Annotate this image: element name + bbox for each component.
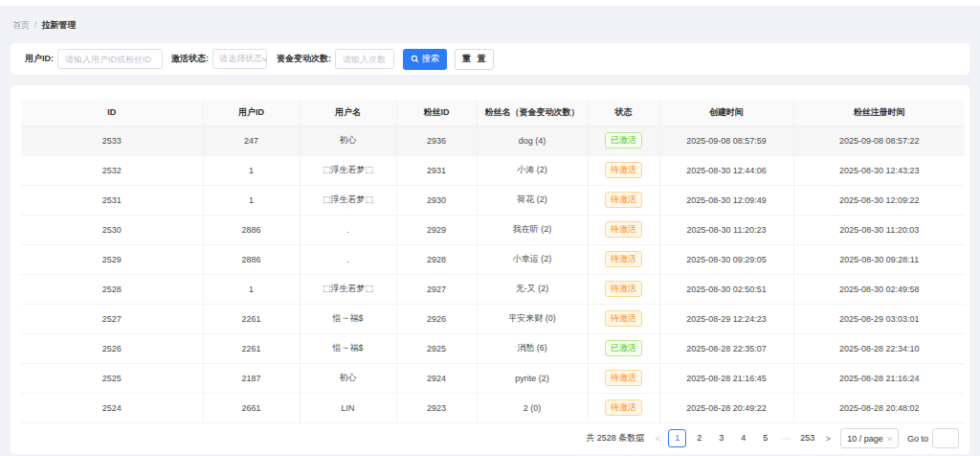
cell-registered_at: 2025-08-29 03:03:01 <box>793 304 965 333</box>
search-icon <box>411 55 419 63</box>
cell-registered_at: 2025-08-28 22:34:10 <box>793 333 965 363</box>
table-row: 25272261惜～福$2926平安来财 (0)待激活2025-08-29 12… <box>21 304 965 333</box>
cell-created_at: 2025-08-30 12:09:49 <box>659 185 793 215</box>
status-badge: 待激活 <box>605 281 642 297</box>
cell-created_at: 2025-08-29 12:24:23 <box>659 304 793 333</box>
cell-registered_at: 2025-08-30 02:49:58 <box>793 274 965 304</box>
column-header: 用户名 <box>300 100 396 125</box>
pagination-total: 共 2528 条数据 <box>586 432 644 445</box>
cell-created_at: 2025-09-08 08:57:59 <box>659 125 793 155</box>
cell-created_at: 2025-08-30 12:44:06 <box>659 155 793 185</box>
cell-fan_name: dog (4) <box>477 125 588 155</box>
search-button[interactable]: 搜索 <box>403 49 447 70</box>
cell-id: 2526 <box>21 333 203 363</box>
pagination-prev-icon[interactable]: < <box>651 434 664 444</box>
status-badge: 待激活 <box>605 251 642 267</box>
cell-fan_id: 2929 <box>396 215 477 244</box>
data-table: ID用户ID用户名粉丝ID粉丝名（资金变动次数）状态创建时间粉丝注册时间 253… <box>21 100 965 423</box>
cell-user_id: 2886 <box>203 244 300 274</box>
status-badge: 待激活 <box>605 162 642 178</box>
user-id-label: 用户ID: <box>25 53 54 65</box>
table-row: 25252187初心2924pyrite (2)待激活2025-08-28 21… <box>21 363 965 393</box>
cell-id: 2531 <box>21 185 203 215</box>
cell-created_at: 2025-08-28 22:35:07 <box>659 333 793 363</box>
pagination: 共 2528 条数据 < 12345 ••• 253 > 10 / page ∨… <box>21 425 959 452</box>
cell-id: 2530 <box>21 215 203 244</box>
cell-fan_id: 2926 <box>396 304 477 333</box>
table-row: 25302886.2929我在听 (2)待激活2025-08-30 11:20:… <box>21 215 965 244</box>
fund-count-input[interactable] <box>335 49 394 69</box>
cell-fan_name: 荷花 (2) <box>477 185 588 215</box>
table-row: 2533247初心2936dog (4)已激活2025-09-08 08:57:… <box>21 125 965 155</box>
cell-user_id: 2261 <box>203 333 300 363</box>
cell-user_id: 1 <box>203 185 300 215</box>
cell-username: 惜～福$ <box>300 333 396 363</box>
pagination-page-4[interactable]: 4 <box>734 429 752 447</box>
table-header-row: ID用户ID用户名粉丝ID粉丝名（资金变动次数）状态创建时间粉丝注册时间 <box>21 100 965 125</box>
reset-button[interactable]: 重 置 <box>455 49 494 70</box>
column-header: 粉丝ID <box>396 100 477 125</box>
cell-id: 2524 <box>21 393 203 422</box>
cell-username: LIN <box>300 393 396 422</box>
cell-registered_at: 2025-08-28 21:16:24 <box>793 363 965 393</box>
cell-created_at: 2025-08-28 21:16:45 <box>659 363 793 393</box>
status-badge: 已激活 <box>605 132 642 148</box>
cell-created_at: 2025-08-28 20:49:22 <box>659 393 793 422</box>
cell-user_id: 2187 <box>203 363 300 393</box>
breadcrumb-separator: / <box>34 20 37 30</box>
cell-fan_name: 消愁 (6) <box>477 333 588 363</box>
pagination-page-1[interactable]: 1 <box>668 429 686 447</box>
filter-bar: 用户ID: 激活状态: 请选择状态 ∨ 资金变动次数: 搜索 重 置 <box>11 43 969 75</box>
cell-status: 待激活 <box>588 155 659 185</box>
status-badge: 待激活 <box>605 192 642 208</box>
cell-id: 2525 <box>21 363 203 393</box>
cell-username: ⬚浮生若梦⬚ <box>300 155 396 185</box>
reset-button-label: 重 置 <box>462 53 488 65</box>
cell-username: 初心 <box>300 363 396 393</box>
cell-user_id: 2661 <box>203 393 300 422</box>
cell-status: 待激活 <box>588 215 659 244</box>
column-header: 用户ID <box>203 100 300 125</box>
pagination-page-last[interactable]: 253 <box>797 429 817 447</box>
column-header: 状态 <box>588 100 659 125</box>
table-row: 25281⬚浮生若梦⬚2927无-又 (2)待激活2025-08-30 02:5… <box>21 274 965 304</box>
cell-fan_id: 2925 <box>396 333 477 363</box>
cell-id: 2528 <box>21 274 203 304</box>
goto-label: Go to <box>907 434 928 444</box>
user-id-input[interactable] <box>57 49 163 69</box>
cell-username: . <box>300 215 396 244</box>
status-select[interactable]: 请选择状态 ∨ <box>212 49 267 69</box>
cell-user_id: 2886 <box>203 215 300 244</box>
cell-username: ⬚浮生若梦⬚ <box>300 185 396 215</box>
status-badge: 待激活 <box>605 310 642 327</box>
fund-count-label: 资金变动次数: <box>277 53 331 65</box>
column-header: ID <box>21 100 203 125</box>
status-badge: 待激活 <box>605 221 642 238</box>
chevron-down-icon: ∨ <box>886 435 894 443</box>
cell-created_at: 2025-08-30 11:20:23 <box>659 215 793 244</box>
cell-id: 2527 <box>21 304 203 333</box>
cell-created_at: 2025-08-30 02:50:51 <box>659 274 793 304</box>
goto-page-input[interactable] <box>932 428 959 448</box>
pagination-page-2[interactable]: 2 <box>690 429 708 447</box>
column-header: 粉丝注册时间 <box>793 100 965 125</box>
breadcrumb-home[interactable]: 首页 <box>12 20 30 30</box>
page-size-select[interactable]: 10 / page ∨ <box>840 428 899 448</box>
breadcrumb: 首页/拉新管理 <box>0 6 980 43</box>
cell-registered_at: 2025-08-30 12:43:23 <box>793 155 965 185</box>
cell-user_id: 1 <box>203 155 300 185</box>
pagination-next-icon[interactable]: > <box>821 434 835 444</box>
cell-fan_id: 2927 <box>396 274 477 304</box>
cell-id: 2533 <box>21 125 203 155</box>
column-header: 粉丝名（资金变动次数） <box>477 100 588 125</box>
pagination-page-3[interactable]: 3 <box>712 429 730 447</box>
chevron-down-icon: ∨ <box>261 56 267 63</box>
pagination-page-5[interactable]: 5 <box>756 429 774 447</box>
cell-fan_name: 小涛 (2) <box>477 155 588 185</box>
cell-created_at: 2025-08-30 09:29:05 <box>659 244 793 274</box>
cell-fan_name: pyrite (2) <box>477 363 588 393</box>
cell-fan_name: 平安来财 (0) <box>477 304 588 333</box>
status-badge: 已激活 <box>605 340 642 356</box>
cell-username: ⬚浮生若梦⬚ <box>300 274 396 304</box>
pagination-ellipsis[interactable]: ••• <box>778 435 793 442</box>
